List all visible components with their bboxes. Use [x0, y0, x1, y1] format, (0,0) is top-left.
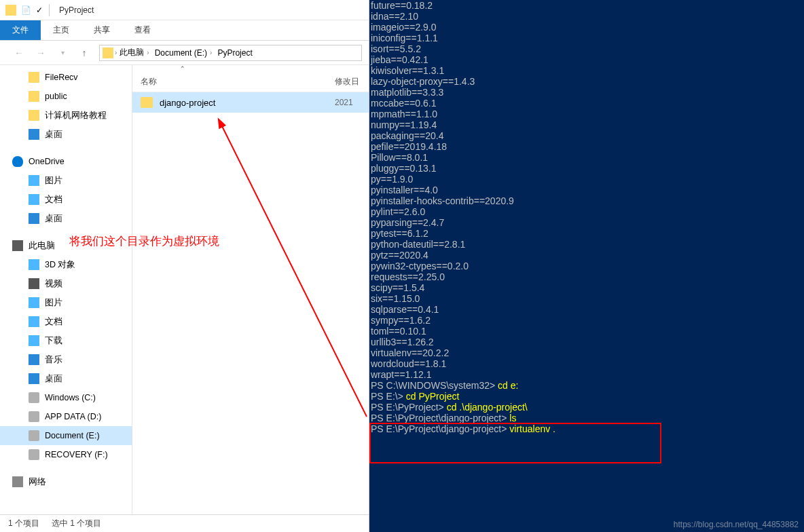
tree-item[interactable]: Document (E:) — [0, 426, 132, 445]
quick-access-item[interactable]: ✓ — [34, 5, 45, 16]
nav-up-button[interactable]: ↑ — [77, 46, 91, 60]
terminal-output-line: future==0.18.2 — [371, 0, 804, 11]
status-bar: 1 个项目 选中 1 个项目 — [0, 514, 369, 532]
file-list-header[interactable]: 名称 修改日 — [132, 72, 369, 92]
file-date: 2021 — [335, 98, 369, 107]
highlight-box — [369, 423, 661, 463]
terminal-output-line: toml==0.10.1 — [371, 326, 804, 337]
tree-item-label: 图片 — [45, 297, 62, 309]
terminal-output-line: urllib3==1.26.2 — [371, 337, 804, 347]
tab-home[interactable]: 主页 — [41, 20, 81, 40]
nav-recent-dropdown[interactable]: ▾ — [56, 46, 69, 60]
terminal-output-line: pylint==2.6.0 — [371, 206, 804, 217]
desktop-icon — [29, 129, 39, 140]
drive-icon — [29, 430, 39, 441]
terminal-output-line: pywin32-ctypes==0.2.0 — [371, 261, 804, 271]
terminal-prompt-line: PS E:\> cd PyProject — [371, 391, 804, 402]
tree-item-label: 计算机网络教程 — [45, 110, 107, 121]
tree-item[interactable]: APP DATA (D:) — [0, 407, 132, 426]
pic-icon — [29, 175, 39, 186]
status-item-count: 1 个项目 — [8, 518, 39, 529]
tab-file[interactable]: 文件 — [0, 20, 41, 40]
tree-item[interactable]: 文档 — [0, 190, 132, 209]
window-titlebar: 📄 ✓ PyProject — [0, 0, 369, 20]
folder-icon — [29, 72, 39, 83]
nav-back-button[interactable]: ← — [12, 46, 26, 60]
tree-item-label: public — [45, 92, 67, 101]
terminal-output-line: sympy==1.6.2 — [371, 315, 804, 326]
terminal-output-line: mccabe==0.6.1 — [371, 98, 804, 109]
window-app-icon — [5, 5, 16, 16]
tab-view[interactable]: 查看 — [122, 20, 163, 40]
tree-item[interactable]: Windows (C:) — [0, 388, 132, 407]
pic-icon — [29, 297, 39, 308]
pc-icon — [12, 240, 23, 251]
tree-item-label: 桌面 — [45, 373, 62, 385]
terminal-output-line: pyparsing==2.4.7 — [371, 217, 804, 228]
address-folder-icon — [103, 48, 113, 58]
tree-item-label: FileRecv — [45, 73, 78, 82]
column-date[interactable]: 修改日 — [335, 76, 369, 88]
tree-item-label: 此电脑 — [29, 240, 55, 252]
terminal-output-line: python-dateutil==2.8.1 — [371, 239, 804, 250]
net-icon — [12, 476, 23, 487]
tree-item[interactable]: 计算机网络教程 — [0, 106, 132, 125]
terminal-output-line: pytz==2020.4 — [371, 250, 804, 261]
nav-row: ← → ▾ ↑ › 此电脑› Document (E:)› PyProject — [0, 41, 369, 65]
tree-item[interactable]: 3D 对象 — [0, 255, 132, 274]
tree-item[interactable]: 网络 — [0, 472, 132, 491]
tree-item-label: Windows (C:) — [45, 393, 96, 402]
sort-indicator: ⌃ — [132, 65, 369, 72]
tab-share[interactable]: 共享 — [81, 20, 122, 40]
tree-item[interactable]: 桌面 — [0, 369, 132, 388]
tree-item[interactable]: public — [0, 87, 132, 106]
terminal-output-line: isort==5.5.2 — [371, 43, 804, 54]
terminal-output-line: pluggy==0.13.1 — [371, 163, 804, 174]
watermark-text: https://blog.csdn.net/qq_44853882 — [674, 520, 799, 529]
tree-item[interactable]: 桌面 — [0, 125, 132, 144]
nav-forward-button[interactable]: → — [34, 46, 48, 60]
tree-item-label: APP DATA (D:) — [45, 412, 101, 421]
tree-item[interactable]: FileRecv — [0, 68, 132, 87]
terminal-output-line: wordcloud==1.8.1 — [371, 358, 804, 369]
address-bar[interactable]: › 此电脑› Document (E:)› PyProject — [99, 45, 362, 61]
tree-item[interactable]: 文档 — [0, 312, 132, 331]
terminal-output-line: idna==2.10 — [371, 11, 804, 22]
tree-item-label: 图片 — [45, 175, 62, 187]
tree-item[interactable]: OneDrive — [0, 152, 132, 171]
terminal-output-line: Pillow==8.0.1 — [371, 152, 804, 163]
breadcrumb-segment: PyProject — [215, 48, 255, 58]
powershell-terminal[interactable]: future==0.18.2idna==2.10imageio==2.9.0in… — [369, 0, 804, 532]
3d-icon — [29, 259, 39, 270]
terminal-prompt-line: PS C:\WINDOWS\system32> cd e: — [371, 380, 804, 391]
terminal-output-line: kiwisolver==1.3.1 — [371, 65, 804, 76]
tree-item[interactable]: 视频 — [0, 274, 132, 293]
titlebar-separator — [49, 4, 50, 16]
terminal-output-line: matplotlib==3.3.3 — [371, 87, 804, 98]
tree-item-label: OneDrive — [29, 157, 65, 166]
terminal-output-line: pyinstaller-hooks-contrib==2020.9 — [371, 195, 804, 206]
status-selection: 选中 1 个项目 — [52, 518, 101, 529]
tree-item[interactable]: 图片 — [0, 171, 132, 190]
terminal-output-line: virtualenv==20.2.2 — [371, 347, 804, 358]
tree-item[interactable]: 图片 — [0, 293, 132, 312]
file-row[interactable]: django-project2021 — [132, 92, 369, 113]
quick-access-item[interactable]: 📄 — [20, 5, 31, 16]
tree-item[interactable]: 桌面 — [0, 209, 132, 228]
desktop-icon — [29, 213, 39, 224]
terminal-output-line: six==1.15.0 — [371, 293, 804, 304]
window-title: PyProject — [59, 5, 94, 15]
terminal-output-line: requests==2.25.0 — [371, 271, 804, 282]
tree-item[interactable]: RECOVERY (F:) — [0, 445, 132, 464]
column-name[interactable]: 名称 — [132, 76, 335, 88]
terminal-output-line: wrapt==1.12.1 — [371, 369, 804, 380]
tree-item[interactable]: 下载 — [0, 331, 132, 350]
doc-icon — [29, 194, 39, 205]
file-list-body: django-project2021 — [132, 92, 369, 113]
terminal-output-line: mpmath==1.1.0 — [371, 109, 804, 119]
drive-icon — [29, 411, 39, 422]
nav-tree[interactable]: FileRecvpublic计算机网络教程桌面OneDrive图片文档桌面此电脑… — [0, 65, 132, 514]
terminal-output-line: pefile==2019.4.18 — [371, 141, 804, 152]
tree-item[interactable]: 音乐 — [0, 350, 132, 369]
quick-access-toolbar: 📄 ✓ — [20, 5, 45, 16]
